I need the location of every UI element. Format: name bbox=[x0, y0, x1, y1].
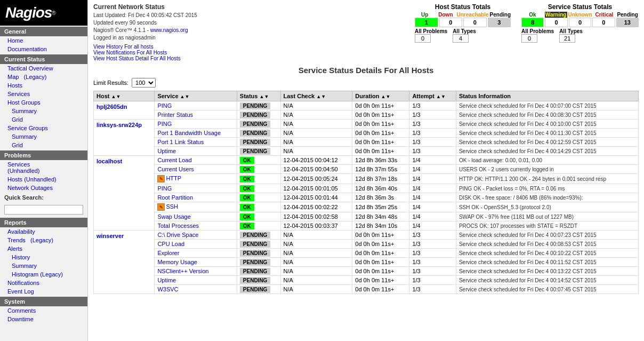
svc-types-val[interactable]: 21 bbox=[559, 34, 575, 43]
service-link[interactable]: C:\ Drive Space bbox=[157, 232, 198, 238]
view-history-link[interactable]: View History For all hosts bbox=[93, 44, 404, 50]
service-link[interactable]: Total Processes bbox=[157, 223, 199, 229]
last-check-cell: N/A bbox=[280, 276, 352, 285]
last-check-cell: N/A bbox=[280, 267, 352, 276]
host-val-pending[interactable]: 3 bbox=[488, 18, 511, 27]
sidebar-item-hosts-unhandled[interactable]: Hosts (Unhandled) bbox=[0, 175, 87, 184]
table-row: CPU LoadPENDINGN/A0d 0h 0m 11s+1/3Servic… bbox=[94, 240, 639, 249]
service-link[interactable]: Port 1 Bandwidth Usage bbox=[157, 130, 221, 136]
host-link[interactable]: hplj2605dn bbox=[96, 104, 127, 110]
svc-val-pending[interactable]: 13 bbox=[616, 18, 639, 27]
table-header-row: Host ▲▼ Service ▲▼ Status ▲▼ Last Check … bbox=[94, 91, 639, 101]
host-val-unreachable[interactable]: 0 bbox=[463, 18, 487, 27]
attempt-cell: 1/3 bbox=[409, 231, 456, 240]
service-link[interactable]: NSClient++ Version bbox=[157, 268, 208, 274]
svc-val-ok[interactable]: 8 bbox=[521, 18, 544, 27]
quick-search-input[interactable] bbox=[4, 205, 83, 215]
host-link[interactable]: winserver bbox=[96, 233, 124, 239]
status-cell: PENDING bbox=[237, 276, 280, 285]
service-link[interactable]: HTTP bbox=[166, 175, 181, 181]
service-link[interactable]: PING bbox=[157, 102, 172, 109]
svc-val-critical[interactable]: 0 bbox=[592, 18, 615, 27]
service-link[interactable]: W3SVC bbox=[157, 286, 178, 292]
host-problems-val[interactable]: 0 bbox=[415, 34, 431, 43]
sidebar-item-host-groups[interactable]: Host Groups bbox=[0, 98, 87, 107]
sidebar-item-services-unhandled[interactable]: Services(Unhandled) bbox=[0, 160, 87, 175]
svc-problems-val[interactable]: 0 bbox=[521, 34, 537, 43]
current-status-section-header: Current Status bbox=[0, 54, 87, 64]
sidebar-item-service-groups-summary[interactable]: Summary bbox=[0, 132, 87, 141]
sidebar-item-map[interactable]: Map (Legacy) bbox=[0, 73, 87, 81]
logged-in: Logged in as nagiosadmin bbox=[93, 34, 404, 42]
service-link[interactable]: Root Partition bbox=[157, 194, 193, 201]
sidebar-item-alerts[interactable]: Alerts bbox=[0, 244, 87, 253]
quick-search-area bbox=[0, 203, 87, 217]
host-val-up[interactable]: 1 bbox=[415, 18, 438, 27]
col-status: Status ▲▼ bbox=[237, 91, 280, 101]
status-cell: OK bbox=[237, 156, 280, 165]
host-link[interactable]: linksys-srw224p bbox=[96, 122, 142, 128]
service-link[interactable]: Current Users bbox=[157, 166, 194, 172]
sidebar-item-comments[interactable]: Comments bbox=[0, 306, 87, 315]
network-status-meta: Last Updated: Fri Dec 4 00:05:42 CST 201… bbox=[93, 12, 404, 42]
service-link[interactable]: SSH bbox=[166, 203, 178, 210]
status-info-cell: PING OK - Packet loss = 0%, RTA = 0.06 m… bbox=[456, 184, 638, 193]
last-check-cell: 12-04-2015 00:03:37 bbox=[280, 221, 352, 231]
service-link[interactable]: Memory Usage bbox=[157, 259, 197, 265]
sidebar-item-event-log[interactable]: Event Log bbox=[0, 287, 87, 296]
service-link[interactable]: Current Load bbox=[157, 157, 191, 163]
sidebar-item-service-groups-grid[interactable]: Grid bbox=[0, 141, 87, 149]
service-status-totals: Service Status Totals Ok Warning Unknown… bbox=[521, 3, 639, 61]
sidebar-item-home[interactable]: Home bbox=[0, 36, 87, 45]
view-notifications-link[interactable]: View Notifications For All Hosts bbox=[93, 50, 404, 55]
view-host-status-link[interactable]: View Host Status Detail For All Hosts bbox=[93, 55, 404, 61]
service-link[interactable]: Uptime bbox=[157, 277, 176, 283]
service-link[interactable]: Port 1 Link Status bbox=[157, 139, 204, 145]
sidebar-item-notifications[interactable]: Notifications bbox=[0, 279, 87, 287]
duration-cell: 0d 0h 0m 11s+ bbox=[352, 258, 409, 267]
host-types-val[interactable]: 4 bbox=[453, 34, 469, 43]
table-row: winserverC:\ Drive SpacePENDINGN/A0d 0h … bbox=[94, 231, 639, 240]
service-link[interactable]: Printer Status bbox=[157, 112, 193, 118]
sidebar-item-trends[interactable]: Trends (Legacy) bbox=[0, 236, 87, 244]
status-info-cell: Service check scheduled for Fri Dec 4 00… bbox=[456, 138, 638, 147]
status-badge: PENDING bbox=[240, 139, 271, 146]
sidebar-item-documentation[interactable]: Documentation bbox=[0, 45, 87, 53]
sidebar-item-service-groups[interactable]: Service Groups bbox=[0, 124, 87, 132]
sidebar-item-host-groups-grid[interactable]: Grid bbox=[0, 115, 87, 124]
service-link[interactable]: Explorer bbox=[157, 250, 179, 256]
duration-cell: 0d 0h 0m 11s+ bbox=[352, 285, 409, 294]
host-status-title: Host Status Totals bbox=[415, 3, 511, 11]
sidebar-item-alerts-summary[interactable]: Summary bbox=[0, 261, 87, 270]
host-val-down[interactable]: 0 bbox=[439, 18, 463, 27]
sidebar-item-host-groups-summary[interactable]: Summary bbox=[0, 107, 87, 115]
service-cell: Explorer bbox=[155, 249, 237, 258]
service-link[interactable]: CPU Load bbox=[157, 241, 184, 247]
service-link[interactable]: Swap Usage bbox=[157, 213, 190, 220]
last-check-cell: N/A bbox=[280, 110, 352, 120]
service-link[interactable]: Uptime bbox=[157, 148, 176, 154]
sidebar-item-network-outages[interactable]: Network Outages bbox=[0, 184, 87, 192]
service-link[interactable]: PING bbox=[157, 121, 172, 127]
nagios-logo: Nagios bbox=[5, 4, 52, 21]
sidebar-item-hosts[interactable]: Hosts bbox=[0, 81, 87, 90]
sidebar-item-alerts-history[interactable]: History bbox=[0, 253, 87, 261]
host-link[interactable]: localhost bbox=[96, 158, 122, 164]
table-row: W3SVCPENDINGN/A0d 0h 0m 11s+1/3Service c… bbox=[94, 285, 639, 294]
service-link[interactable]: PING bbox=[157, 185, 172, 192]
sidebar-item-downtime[interactable]: Downtime bbox=[0, 315, 87, 323]
status-info-cell: Service check scheduled for Fri Dec 4 00… bbox=[456, 129, 638, 138]
sidebar-item-availability[interactable]: Availability bbox=[0, 227, 87, 236]
last-check-cell: N/A bbox=[280, 129, 352, 138]
svc-val-unknown[interactable]: 0 bbox=[569, 18, 591, 27]
limit-select[interactable]: 100 25 50 500 bbox=[132, 78, 156, 88]
table-row: Current UsersOK12-04-2015 00:04:5012d 8h… bbox=[94, 165, 639, 174]
status-cell: PENDING bbox=[237, 285, 280, 294]
sidebar-item-histogram[interactable]: Histogram (Legacy) bbox=[0, 270, 87, 279]
duration-cell: 12d 8h 34m 10s bbox=[352, 221, 409, 231]
sidebar-item-tactical-overview[interactable]: Tactical Overview bbox=[0, 64, 87, 73]
svc-val-warning[interactable]: 0 bbox=[545, 18, 567, 27]
status-info-cell: SWAP OK - 97% free (1181 MB out of 1227 … bbox=[456, 212, 638, 221]
sidebar-item-services[interactable]: Services bbox=[0, 90, 87, 98]
nagios-org-link[interactable]: www.nagios.org bbox=[150, 27, 188, 33]
